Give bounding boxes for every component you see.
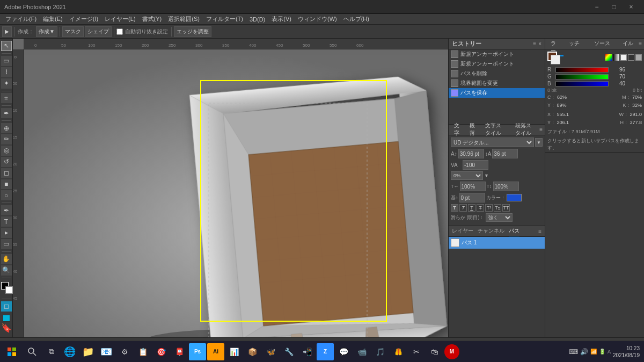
tool-clone[interactable]: ◎ — [1, 146, 12, 156]
font-style-btn[interactable]: ▼ — [535, 138, 543, 147]
canvas-image-svg[interactable] — [24, 55, 448, 337]
r-bar[interactable] — [555, 67, 609, 73]
taskbar-music[interactable]: 🎵 — [371, 343, 389, 360]
taskbar-zoom[interactable]: Z — [317, 343, 334, 360]
menu-3d[interactable]: 3D(D) — [246, 16, 268, 23]
tab-layers[interactable]: レイヤー — [452, 226, 473, 236]
minimize-button[interactable]: − — [588, 0, 605, 14]
taskbar-vlc[interactable]: 🦺 — [390, 343, 407, 360]
taskbar-excel[interactable]: 📊 — [225, 343, 243, 360]
history-item-3[interactable]: パスを削除 — [449, 69, 545, 78]
color-tab-copy[interactable]: コピーソース — [591, 39, 617, 56]
font-size-input[interactable] — [458, 149, 484, 158]
create-button[interactable]: 作成▼ — [36, 26, 57, 37]
mask-button[interactable]: マスク — [62, 26, 84, 37]
taskbar-mail[interactable]: 📧 — [98, 343, 115, 360]
color-tab-swatches[interactable]: スウォッチ — [566, 39, 589, 56]
scale-v-input[interactable] — [493, 182, 519, 191]
leading-input[interactable] — [492, 149, 518, 158]
start-button[interactable] — [2, 342, 21, 361]
tracking-input[interactable] — [463, 160, 488, 170]
bold-btn[interactable]: T — [451, 204, 458, 212]
text-panel-menu-icon[interactable]: ≡ — [539, 127, 543, 133]
tool-eraser[interactable]: ◻ — [1, 168, 12, 178]
taskbar-extra-2[interactable]: 📲 — [298, 343, 316, 360]
tool-pen[interactable]: ✒ — [1, 205, 12, 215]
history-menu-icon[interactable]: ≡ — [533, 41, 536, 47]
tray-japanese[interactable]: A — [608, 349, 611, 354]
taskbar-settings[interactable]: ⚙ — [116, 343, 133, 360]
menu-select[interactable]: 選択範囲(S) — [165, 15, 203, 24]
tool-eyedropper[interactable]: ✒ — [1, 108, 12, 118]
b-bar[interactable] — [555, 81, 609, 86]
font-family-select[interactable]: UD デジタル... — [451, 137, 534, 147]
tray-battery[interactable]: 🔋 — [599, 349, 605, 354]
italic-btn[interactable]: T — [459, 204, 467, 212]
tool-gradient[interactable]: ■ — [1, 179, 12, 190]
history-item-1[interactable]: 新規アンカーポイント — [449, 49, 545, 59]
tool-magic-wand[interactable]: ✦ — [1, 78, 12, 89]
tray-network[interactable]: 📶 — [590, 349, 597, 354]
tool-spot-heal[interactable]: ⊕ — [1, 123, 12, 133]
taskbar-explorer[interactable]: 📁 — [79, 343, 97, 360]
tool-history-brush[interactable]: ↺ — [1, 157, 12, 167]
search-button[interactable] — [23, 342, 42, 361]
close-button[interactable]: × — [623, 0, 640, 14]
tab-char-style[interactable]: 文字スタイル — [482, 121, 509, 139]
tool-hand[interactable]: ✋ — [1, 254, 12, 264]
layers-menu-icon[interactable]: ≡ — [538, 228, 541, 234]
percent-select[interactable]: 0% — [451, 171, 483, 180]
subscript-btn[interactable]: T₂ — [494, 204, 501, 212]
tool-shape[interactable]: ▭ — [1, 239, 12, 249]
taskbar-outlook[interactable]: 📮 — [171, 343, 188, 360]
history-item-2[interactable]: 新規アンカーポイント — [449, 59, 545, 69]
menu-help[interactable]: ヘルプ(H) — [340, 15, 372, 24]
taskview-button[interactable]: ⧉ — [43, 343, 60, 360]
text-color-swatch[interactable] — [507, 194, 522, 201]
tool-type[interactable]: T — [1, 216, 12, 227]
scale-h-input[interactable] — [460, 182, 486, 191]
taskbar-store[interactable]: 🛍 — [426, 343, 443, 360]
menu-file[interactable]: ファイル(F) — [2, 15, 40, 24]
taskbar-teams[interactable]: 🎯 — [152, 343, 170, 360]
taskbar-skype[interactable]: 💬 — [335, 343, 352, 360]
canvas-area[interactable]: /* ruler ticks rendered by CSS */ 0 50 1… — [13, 39, 448, 337]
superscript-btn[interactable]: T² — [485, 204, 493, 212]
taskbar-butterfly[interactable]: 🦋 — [262, 343, 279, 360]
tray-volume[interactable]: 🔊 — [580, 348, 588, 356]
fg-color-box[interactable] — [547, 52, 559, 63]
baseline-input[interactable] — [459, 193, 485, 202]
strikethrough-btn[interactable]: T — [477, 204, 484, 212]
tab-para-style[interactable]: 段落スタイル — [512, 121, 539, 139]
tool-move[interactable]: ↖ — [1, 41, 12, 51]
menu-window[interactable]: ウィンドウ(W) — [295, 15, 340, 24]
tool-zoom[interactable]: 🔍 — [1, 265, 12, 276]
picker-icon[interactable] — [620, 54, 627, 61]
quick-mask-button[interactable]: ◻ — [1, 301, 12, 312]
tool-crop[interactable]: ⌗ — [1, 93, 12, 103]
edge-button[interactable]: エッジを調整 — [174, 26, 211, 37]
taskbar-chrome[interactable]: 🌐 — [61, 343, 78, 360]
tool-select-rect[interactable]: ▭ — [1, 56, 12, 66]
picker-icon-2[interactable] — [628, 54, 634, 61]
tab-channels[interactable]: チャンネル — [478, 226, 504, 236]
underline-btn[interactable]: T — [468, 204, 475, 212]
tab-character[interactable]: 文字 — [451, 121, 464, 139]
system-clock[interactable]: 10:23 2021/08/19 — [613, 345, 640, 359]
grayscale-icon[interactable] — [613, 54, 619, 61]
tool-dodge[interactable]: ○ — [1, 190, 12, 200]
menu-filter[interactable]: フィルター(T) — [203, 15, 246, 24]
background-color[interactable] — [5, 286, 13, 294]
auto-checkbox[interactable] — [116, 28, 123, 35]
color-tab-styles[interactable]: スタイル — [619, 39, 639, 56]
antialias-select[interactable]: 強く — [486, 213, 513, 222]
menu-view[interactable]: 表示(V) — [268, 15, 295, 24]
menu-edit[interactable]: 編集(E) — [40, 15, 66, 24]
color-indicator[interactable] — [3, 315, 10, 322]
color-menu-icon[interactable]: ≡ — [639, 41, 642, 47]
tool-arrow[interactable]: ▶ — [2, 26, 12, 37]
maximize-button[interactable]: □ — [605, 0, 623, 14]
taskbar-ai[interactable]: Ai — [207, 343, 224, 360]
taskbar-mcafee[interactable]: M — [444, 344, 459, 359]
tray-keyboard[interactable]: ⌨ — [569, 348, 578, 356]
